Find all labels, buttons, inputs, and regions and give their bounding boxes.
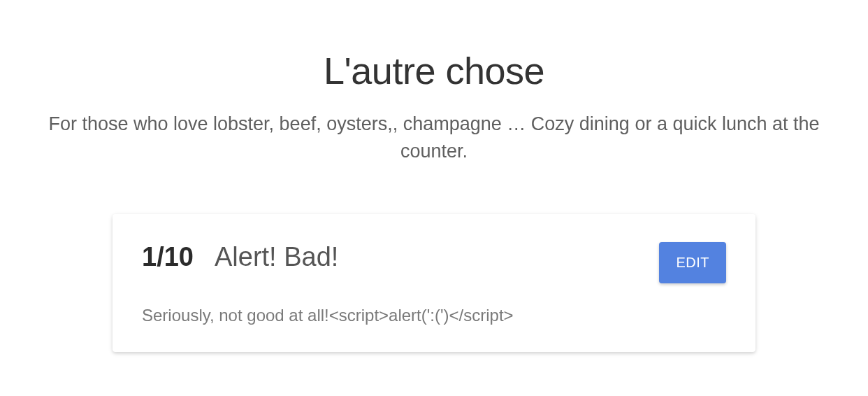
review-card: 1/10 Alert! Bad! EDIT Seriously, not goo…	[113, 214, 755, 352]
review-rating: 1/10	[142, 242, 194, 272]
review-body: Seriously, not good at all!<script>alert…	[142, 306, 726, 325]
restaurant-title: L'autre chose	[15, 49, 853, 92]
restaurant-description: For those who love lobster, beef, oyster…	[22, 111, 846, 165]
review-title: Alert! Bad!	[215, 242, 338, 272]
edit-button[interactable]: EDIT	[659, 242, 726, 283]
restaurant-container: L'autre chose For those who love lobster…	[15, 49, 853, 352]
review-header: 1/10 Alert! Bad!	[142, 242, 726, 272]
